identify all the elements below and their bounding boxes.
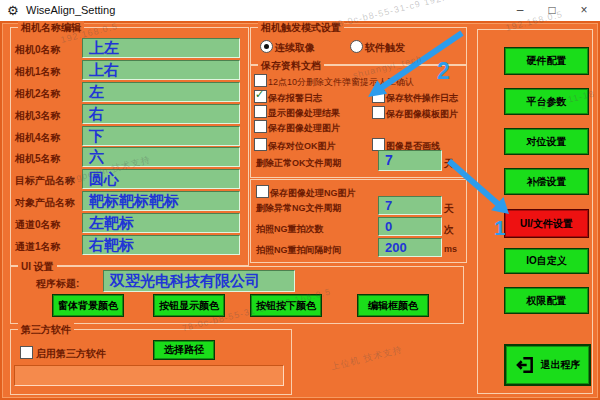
ng-retry-interval-label: 拍照NG重拍间隔时间: [256, 244, 342, 257]
save-ok-image-checkbox[interactable]: [254, 138, 267, 151]
camera5-name-field[interactable]: 六: [82, 147, 240, 167]
channel0-label: 通道0名称: [15, 218, 61, 232]
camera2-label: 相机2名称: [15, 87, 61, 101]
channel0-name-field[interactable]: 左靶标: [82, 213, 240, 233]
camera2-name-field[interactable]: 左: [82, 82, 240, 102]
trigger-mode-group-title: 相机触发模式设置: [258, 21, 344, 34]
ng-retry-count-label: 拍照NG重拍次数: [256, 223, 324, 236]
camera-name-group-title: 相机名称编辑: [18, 21, 84, 34]
save-template-image-checkbox[interactable]: [372, 106, 385, 119]
exit-program-label: 退出程序: [541, 358, 581, 372]
delete-prompt-checkbox[interactable]: [254, 74, 267, 87]
object-product-field[interactable]: 靶标靶标靶标: [82, 191, 240, 211]
channel1-name-field[interactable]: 右靶标: [82, 235, 240, 255]
save-processed-image-label: 保存图像处理图片: [268, 122, 340, 135]
channel1-label: 通道1名称: [15, 240, 61, 254]
ui-settings-group-title: UI 设置: [18, 260, 57, 273]
ok-cycle-label: 删除正常OK文件周期: [256, 157, 342, 170]
program-title-field[interactable]: 双翌光电科技有限公司: [103, 270, 295, 292]
ok-cycle-unit: 天: [444, 157, 454, 171]
continuous-capture-label: 连续取像: [275, 41, 315, 55]
button-pressed-color-button[interactable]: 按钮按下颜色: [250, 294, 322, 317]
target-product-field[interactable]: 圆心: [82, 169, 240, 189]
ng-retry-count-field[interactable]: 0: [378, 217, 442, 236]
exit-icon: [515, 355, 535, 375]
third-party-group-title: 第三方软件: [18, 323, 74, 336]
gear-icon: ⚙: [7, 2, 19, 19]
save-processed-image-checkbox[interactable]: [254, 120, 267, 133]
nav-ui-file-settings-button[interactable]: UI/文件设置: [504, 209, 589, 238]
software-trigger-radio[interactable]: [350, 40, 363, 53]
ng-cycle-label: 删除异常NG文件周期: [256, 202, 342, 215]
save-docs-group-title: 保存资料文档: [258, 59, 324, 72]
continuous-capture-radio[interactable]: [260, 40, 273, 53]
camera3-name-field[interactable]: 右: [82, 104, 240, 124]
save-ng-image-label: 保存图像处理NG图片: [270, 187, 356, 200]
camera0-label: 相机0名称: [15, 43, 61, 57]
target-product-label: 目标产品名称: [15, 174, 75, 188]
nav-permission-config-button[interactable]: 权限配置: [504, 287, 589, 314]
object-product-label: 对象产品名称: [15, 196, 75, 210]
camera3-label: 相机3名称: [15, 109, 61, 123]
close-button[interactable]: ×: [568, 0, 600, 21]
camera1-label: 相机1名称: [15, 65, 61, 79]
wisealign-settings-window: ⚙ WiseAlign_Setting – □ × 相机名称编辑 相机0名称 上…: [0, 0, 600, 400]
software-trigger-label: 软件触发: [365, 41, 405, 55]
minimize-button[interactable]: –: [504, 0, 536, 21]
select-path-button[interactable]: 选择路径: [153, 340, 215, 360]
save-sw-oplog-checkbox[interactable]: [372, 90, 385, 103]
save-alarm-log-label: 保存报警日志: [268, 92, 322, 105]
delete-prompt-label: 12点10分删除文件弹窗提示人工确认: [268, 76, 414, 89]
save-ok-image-label: 保存对位OK图片: [268, 140, 336, 153]
form-bg-color-button[interactable]: 窗体背景颜色: [52, 294, 124, 317]
camera4-label: 相机4名称: [15, 131, 61, 145]
show-result-label: 显示图像处理结果: [268, 107, 340, 120]
enable-third-party-label: 启用第三方软件: [36, 347, 106, 361]
nav-alignment-settings-button[interactable]: 对位设置: [504, 128, 589, 155]
save-sw-oplog-label: 保存软件操作日志: [386, 92, 458, 105]
show-result-checkbox[interactable]: [254, 105, 267, 118]
ng-cycle-field[interactable]: 7: [378, 196, 442, 215]
window-title: WiseAlign_Setting: [26, 4, 115, 16]
nav-io-custom-button[interactable]: IO自定义: [504, 248, 589, 274]
nav-hardware-config-button[interactable]: 硬件配置: [504, 47, 589, 75]
camera0-name-field[interactable]: 上左: [82, 38, 240, 58]
title-bar: ⚙ WiseAlign_Setting – □ ×: [0, 0, 600, 21]
ng-retry-count-unit: 次: [444, 223, 454, 237]
ng-retry-interval-unit: ms: [444, 244, 457, 254]
enable-third-party-checkbox[interactable]: [20, 346, 33, 359]
ng-cycle-unit: 天: [444, 202, 454, 216]
camera1-name-field[interactable]: 上右: [82, 60, 240, 80]
third-party-path-field[interactable]: [14, 365, 284, 386]
program-title-label: 程序标题:: [36, 277, 79, 291]
ng-retry-interval-field[interactable]: 200: [378, 238, 442, 257]
nav-compensation-settings-button[interactable]: 补偿设置: [504, 168, 589, 195]
nav-platform-params-button[interactable]: 平台参数: [504, 88, 589, 115]
exit-program-button[interactable]: 退出程序: [504, 344, 591, 386]
save-alarm-log-checkbox[interactable]: [254, 90, 267, 103]
maximize-button[interactable]: □: [536, 0, 568, 21]
camera4-name-field[interactable]: 下: [82, 126, 240, 146]
annotation-step2: 2: [437, 58, 450, 85]
editbox-color-button[interactable]: 编辑框颜色: [357, 294, 429, 317]
button-color-button[interactable]: 按钮显示颜色: [153, 294, 225, 317]
save-ng-image-checkbox[interactable]: [256, 185, 269, 198]
save-template-image-label: 保存图像模板图片: [386, 108, 458, 121]
annotation-step1: 1: [494, 216, 506, 240]
camera5-label: 相机5名称: [15, 152, 61, 166]
ok-cycle-field[interactable]: 7: [378, 150, 442, 171]
